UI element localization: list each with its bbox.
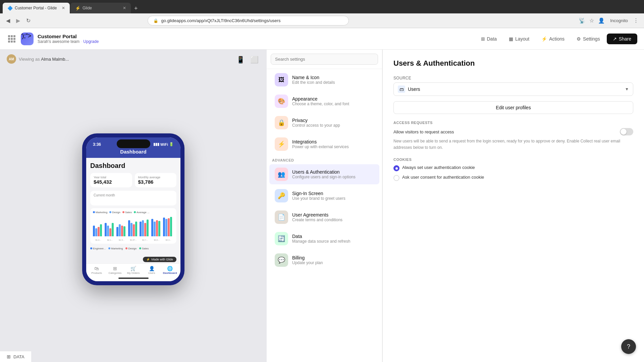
phone-screen: 3:36 ▮▮▮ WiFi 🔋 Dashboard Dash	[86, 137, 180, 281]
view-as-avatar: AM	[7, 54, 16, 64]
settings-item-billing[interactable]: 💬 Billing Update your plan	[269, 250, 379, 270]
phone-time: 3:36	[93, 142, 101, 147]
settings-item-appearance[interactable]: 🎨 Appearance Choose a theme, color, and …	[269, 91, 379, 111]
cookie-option-ask[interactable]: Ask user consent for authentication cook…	[393, 175, 633, 181]
team-name: Sarah's awesome team	[38, 39, 79, 44]
forward-button[interactable]: ▶	[14, 16, 22, 25]
sign-in-icon: 🔑	[275, 189, 288, 202]
actions-nav-label: Actions	[549, 36, 565, 42]
bar-group-3	[128, 220, 139, 236]
tablet-view-btn[interactable]: ⬜	[249, 54, 260, 65]
legend-item-0: Marketing	[93, 211, 107, 214]
bar-group-6	[163, 217, 174, 236]
user-agreements-desc: Create terms and conditions	[292, 218, 342, 222]
layout-nav-label: Layout	[515, 36, 529, 42]
browser-tab-active[interactable]: 🔷 Customer Portal - Glide ✕	[3, 3, 70, 13]
data-settings-icon: 🔄	[275, 232, 288, 245]
header-nav: ⊞ Data ▦ Layout ⚡ Actions ⚙ Settings ↗ S…	[476, 34, 638, 44]
bar-group-2	[116, 224, 127, 236]
view-as-bar: AM Viewing as Alma Malmb...	[7, 54, 69, 64]
access-toggle[interactable]	[620, 128, 633, 135]
current-month-card: Current month	[90, 191, 176, 205]
source-select[interactable]: 🗃 Users ▼	[393, 82, 633, 96]
settings-nav-icon: ⚙	[577, 36, 581, 42]
data-nav-icon: ⊞	[481, 36, 485, 42]
tab2-title: Glide	[83, 6, 121, 10]
legend-item-1: Design	[109, 211, 120, 214]
settings-item-name-icon[interactable]: 🖼 Name & Icon Edit the icon and details	[269, 70, 379, 90]
app-info: Customer Portal Sarah's awesome team · U…	[38, 34, 99, 44]
settings-item-data[interactable]: 🔄 Data Manage data source and refresh	[269, 229, 379, 249]
bottom-chart-legend: Engineer... Marketing Design	[90, 246, 176, 251]
cookies-section-header: COOKIES	[393, 158, 633, 162]
phone-nav-users[interactable]: 👤 Users	[143, 266, 161, 275]
sign-in-text: Sign-In Screen Use your brand to greet u…	[292, 191, 345, 201]
users-auth-desc: Configure users and sign-in options	[292, 175, 356, 179]
address-bar[interactable]: 🔒 go.glideapps.com/app/xQt7xJLTI9ncC36n6…	[148, 16, 349, 25]
new-tab-button[interactable]: +	[131, 4, 141, 13]
settings-nav-btn[interactable]: ⚙ Settings	[571, 34, 605, 44]
phone-bottom-nav: 🛍 Products ⊞ Categories 🛒 My Orders	[86, 263, 180, 275]
browser-tab-inactive[interactable]: ⚡ Glide ✕	[70, 3, 131, 13]
users-auth-text: Users & Authentication Configure users a…	[292, 169, 356, 179]
tab-title: Customer Portal - Glide	[15, 6, 60, 10]
tab-close-icon[interactable]: ✕	[62, 6, 65, 10]
bookmark-icon[interactable]: ☆	[588, 16, 595, 25]
menu-icon[interactable]: ⋮	[632, 16, 640, 25]
name-icon-icon: 🖼	[275, 73, 288, 86]
data-nav-btn[interactable]: ⊞ Data	[476, 34, 502, 44]
actions-nav-btn[interactable]: ⚡ Actions	[536, 34, 570, 44]
appearance-title: Appearance	[292, 96, 349, 102]
cast-icon[interactable]: 📡	[577, 16, 587, 25]
settings-item-sign-in[interactable]: 🔑 Sign-In Screen Use your brand to greet…	[269, 186, 379, 206]
stat-label-0: Year total	[94, 176, 129, 179]
source-field: Source 🗃 Users ▼	[393, 76, 633, 96]
phone-status-icons: ▮▮▮ WiFi 🔋	[153, 142, 174, 146]
cookie-ask-label: Ask user consent for authentication cook…	[402, 175, 484, 180]
phone-nav-products[interactable]: 🛍 Products	[88, 266, 106, 275]
incognito-label[interactable]: Incognito	[607, 16, 631, 25]
phone-nav-dashboard[interactable]: 🌐 Dashboard	[161, 266, 179, 275]
preview-area: AM Viewing as Alma Malmb... 📱 ⬜ 3:36	[0, 50, 267, 362]
settings-item-privacy[interactable]: 🔒 Privacy Control access to your app	[269, 113, 379, 133]
back-button[interactable]: ◀	[4, 16, 12, 25]
toolbar-right-icons: 📡 ☆ 👤 Incognito ⋮	[577, 16, 640, 25]
search-settings-input[interactable]	[271, 54, 378, 65]
cookie-option-always[interactable]: Always set user authentication cookie	[393, 165, 633, 171]
edit-profiles-button[interactable]: Edit user profiles	[393, 101, 633, 114]
app-header: ');"> Customer Portal Sarah's awesome te…	[0, 28, 644, 50]
appearance-text: Appearance Choose a theme, color, and fo…	[292, 96, 349, 106]
settings-item-user-agreements[interactable]: 📄 User Agreements Create terms and condi…	[269, 207, 379, 227]
bar-group-1	[105, 223, 115, 236]
settings-item-users-auth[interactable]: 👥 Users & Authentication Configure users…	[269, 164, 379, 184]
browser-toolbar: ◀ ▶ ↻ 🔒 go.glideapps.com/app/xQt7xJLTI9n…	[0, 13, 644, 28]
users-auth-title: Users & Authentication	[292, 169, 356, 175]
chart-area: Marketing Design Sales	[90, 208, 176, 244]
help-button[interactable]: ?	[621, 339, 636, 354]
user-agreements-title: User Agreements	[292, 212, 342, 218]
upgrade-link[interactable]: Upgrade	[83, 39, 99, 44]
bar-chart: $1,9... $2,1... $1,5... $1,87... $2,7...…	[93, 216, 174, 241]
layout-nav-btn[interactable]: ▦ Layout	[503, 34, 535, 44]
share-btn[interactable]: ↗ Share	[607, 34, 637, 44]
profile-icon[interactable]: 👤	[597, 16, 606, 25]
sign-in-title: Sign-In Screen	[292, 191, 345, 196]
radio-ask	[393, 175, 399, 181]
settings-item-integrations[interactable]: ⚡ Integrations Power up with external se…	[269, 134, 379, 154]
phone-nav-categories[interactable]: ⊞ Categories	[106, 266, 124, 275]
tab2-close-icon[interactable]: ✕	[123, 6, 126, 10]
reload-button[interactable]: ↻	[24, 16, 33, 25]
right-panel: Users & Authentication Source 🗃 Users ▼ …	[382, 50, 644, 362]
actions-nav-icon: ⚡	[541, 36, 547, 42]
data-settings-desc: Manage data source and refresh	[292, 239, 350, 244]
toggle-knob	[621, 129, 627, 135]
app-body: AM Viewing as Alma Malmb... 📱 ⬜ 3:36	[0, 50, 644, 362]
data-footer: ⊞ DATA	[0, 351, 31, 362]
stat-label-1: Monthly average	[138, 176, 173, 179]
allow-visitors-label: Allow visitors to request access	[393, 129, 454, 134]
grid-menu-icon[interactable]	[7, 34, 17, 44]
data-grid-icon: ⊞	[7, 354, 11, 359]
phone-view-btn[interactable]: 📱	[235, 54, 246, 65]
phone-home-indicator	[86, 275, 180, 281]
phone-nav-orders[interactable]: 🛒 My Orders	[124, 266, 143, 275]
